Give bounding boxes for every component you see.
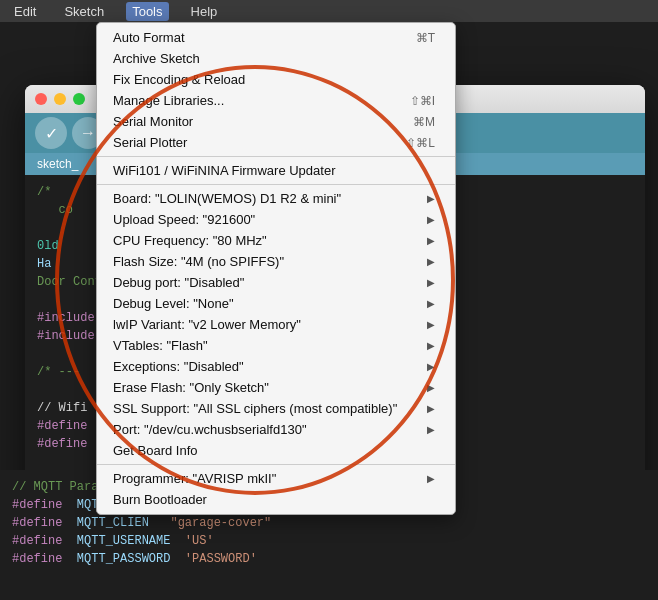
code-line: #define MQTT_CLIEN "garage-cover" — [12, 514, 646, 532]
menu-help[interactable]: Help — [185, 2, 224, 21]
tab-label: sketch_ — [37, 157, 78, 171]
menu-fix-encoding[interactable]: Fix Encoding & Reload — [97, 69, 455, 90]
verify-button[interactable]: ✓ — [35, 117, 67, 149]
menu-auto-format[interactable]: Auto Format ⌘T — [97, 27, 455, 48]
code-line: #define MQTT_PASSWORD 'PASSWORD' — [12, 550, 646, 568]
menubar: Edit Sketch Tools Help — [0, 0, 658, 22]
separator-2 — [97, 184, 455, 185]
submenu-arrow: ▶ — [427, 473, 435, 484]
menu-flash-size[interactable]: Flash Size: "4M (no SPIFFS)" ▶ — [97, 251, 455, 272]
submenu-arrow: ▶ — [427, 319, 435, 330]
menu-serial-monitor[interactable]: Serial Monitor ⌘M — [97, 111, 455, 132]
submenu-arrow: ▶ — [427, 361, 435, 372]
menu-get-board-info[interactable]: Get Board Info — [97, 440, 455, 461]
menu-archive-sketch[interactable]: Archive Sketch — [97, 48, 455, 69]
menu-sketch[interactable]: Sketch — [58, 2, 110, 21]
code-line: #define MQTT_USERNAME 'US' — [12, 532, 646, 550]
menu-burn-bootloader[interactable]: Burn Bootloader — [97, 489, 455, 510]
menu-debug-level[interactable]: Debug Level: "None" ▶ — [97, 293, 455, 314]
menu-board[interactable]: Board: "LOLIN(WEMOS) D1 R2 & mini" ▶ — [97, 188, 455, 209]
submenu-arrow: ▶ — [427, 403, 435, 414]
menu-lwip[interactable]: lwIP Variant: "v2 Lower Memory" ▶ — [97, 314, 455, 335]
submenu-arrow: ▶ — [427, 424, 435, 435]
menu-debug-port[interactable]: Debug port: "Disabled" ▶ — [97, 272, 455, 293]
tools-dropdown: Auto Format ⌘T Archive Sketch Fix Encodi… — [96, 22, 456, 515]
maximize-button[interactable] — [73, 93, 85, 105]
submenu-arrow: ▶ — [427, 256, 435, 267]
submenu-arrow: ▶ — [427, 277, 435, 288]
submenu-arrow: ▶ — [427, 193, 435, 204]
menu-programmer[interactable]: Programmer: "AVRISP mkII" ▶ — [97, 468, 455, 489]
separator-1 — [97, 156, 455, 157]
menu-upload-speed[interactable]: Upload Speed: "921600" ▶ — [97, 209, 455, 230]
submenu-arrow: ▶ — [427, 298, 435, 309]
minimize-button[interactable] — [54, 93, 66, 105]
menu-erase-flash[interactable]: Erase Flash: "Only Sketch" ▶ — [97, 377, 455, 398]
menu-tools[interactable]: Tools — [126, 2, 168, 21]
menu-serial-plotter[interactable]: Serial Plotter ⇧⌘L — [97, 132, 455, 153]
menu-manage-libraries[interactable]: Manage Libraries... ⇧⌘I — [97, 90, 455, 111]
menu-vtables[interactable]: VTables: "Flash" ▶ — [97, 335, 455, 356]
submenu-arrow: ▶ — [427, 235, 435, 246]
submenu-arrow: ▶ — [427, 214, 435, 225]
submenu-arrow: ▶ — [427, 382, 435, 393]
menu-ssl-support[interactable]: SSL Support: "All SSL ciphers (most comp… — [97, 398, 455, 419]
close-button[interactable] — [35, 93, 47, 105]
menu-wifi-updater[interactable]: WiFi101 / WiFiNINA Firmware Updater — [97, 160, 455, 181]
submenu-arrow: ▶ — [427, 340, 435, 351]
menu-port[interactable]: Port: "/dev/cu.wchusbserialfd130" ▶ — [97, 419, 455, 440]
separator-3 — [97, 464, 455, 465]
menu-cpu-freq[interactable]: CPU Frequency: "80 MHz" ▶ — [97, 230, 455, 251]
menu-edit[interactable]: Edit — [8, 2, 42, 21]
menu-exceptions[interactable]: Exceptions: "Disabled" ▶ — [97, 356, 455, 377]
